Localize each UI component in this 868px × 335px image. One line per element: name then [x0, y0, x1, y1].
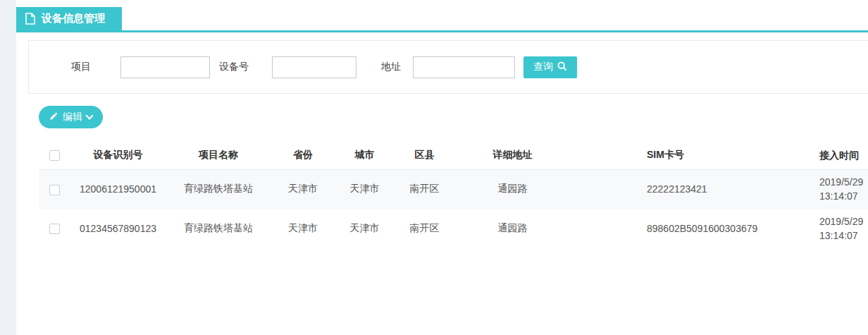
cell-province: 天津市: [271, 169, 335, 209]
edit-button[interactable]: 编辑: [39, 106, 103, 128]
edit-button-label: 编辑: [63, 111, 82, 123]
search-panel: 项目 设备号 地址 查询: [28, 40, 868, 94]
col-district: 区县: [395, 141, 454, 169]
cell-access-time: 2019/5/29 13:14:07: [779, 209, 868, 248]
cell-access-time: 2019/5/29 13:14:07: [779, 169, 868, 209]
address-field: 地址: [381, 56, 515, 78]
cell-device-id: 12006121950001: [70, 169, 166, 209]
query-button[interactable]: 查询: [523, 56, 577, 78]
query-button-label: 查询: [533, 61, 553, 73]
toolbar: 编辑: [39, 106, 868, 128]
col-project-name: 项目名称: [166, 141, 271, 169]
col-address: 详细地址: [454, 141, 571, 169]
cell-city: 天津市: [335, 169, 395, 209]
device-number-field: 设备号: [219, 56, 356, 78]
left-gutter: [0, 0, 16, 335]
device-table-wrap: 设备识别号 项目名称 省份 城市 区县 详细地址 SIM卡号 接入时间 1200…: [16, 141, 868, 248]
main-content: 设备信息管理 项目 设备号 地址 查询: [16, 0, 868, 335]
cell-district: 南开区: [395, 169, 454, 209]
project-input[interactable]: [120, 56, 210, 78]
address-input[interactable]: [413, 56, 515, 78]
device-number-input[interactable]: [272, 56, 356, 78]
page-title-tab[interactable]: 设备信息管理: [16, 7, 122, 30]
col-province: 省份: [271, 141, 335, 169]
header-underline: [16, 30, 868, 32]
search-icon: [557, 61, 567, 73]
row-checkbox[interactable]: [49, 224, 60, 234]
table-row: 12006121950001 育绿路铁塔基站 天津市 天津市 南开区 通园路 2…: [39, 169, 868, 209]
cell-province: 天津市: [271, 209, 335, 248]
page-header: 设备信息管理: [16, 0, 868, 32]
device-number-label: 设备号: [219, 61, 249, 73]
cell-device-id: 01234567890123: [70, 209, 166, 248]
cell-address: 通园路: [454, 209, 571, 248]
col-sim: SIM卡号: [571, 141, 779, 169]
cell-address: 通园路: [454, 169, 571, 209]
chevron-down-icon: [85, 111, 93, 119]
col-city: 城市: [335, 141, 395, 169]
project-label: 项目: [71, 61, 91, 73]
cell-project-name: 育绿路铁塔基站: [166, 209, 271, 248]
cell-city: 天津市: [335, 209, 395, 248]
cell-project-name: 育绿路铁塔基站: [166, 169, 271, 209]
table-header-row: 设备识别号 项目名称 省份 城市 区县 详细地址 SIM卡号 接入时间: [39, 141, 868, 169]
col-access-time: 接入时间: [779, 141, 868, 169]
row-checkbox[interactable]: [49, 185, 60, 195]
device-table: 设备识别号 项目名称 省份 城市 区县 详细地址 SIM卡号 接入时间 1200…: [39, 141, 868, 248]
cell-sim: 22222123421: [571, 169, 779, 209]
page-title: 设备信息管理: [42, 12, 105, 25]
page: 设备信息管理 项目 设备号 地址 查询: [0, 0, 868, 335]
document-icon: [25, 13, 35, 25]
cell-sim: 898602B5091600303679: [571, 209, 779, 248]
pencil-icon: [49, 111, 58, 123]
project-field: 项目: [71, 56, 210, 78]
table-row: 01234567890123 育绿路铁塔基站 天津市 天津市 南开区 通园路 8…: [39, 209, 868, 248]
select-all-checkbox[interactable]: [49, 150, 60, 161]
col-device-id: 设备识别号: [70, 141, 166, 169]
cell-district: 南开区: [395, 209, 454, 248]
address-label: 地址: [381, 61, 401, 73]
